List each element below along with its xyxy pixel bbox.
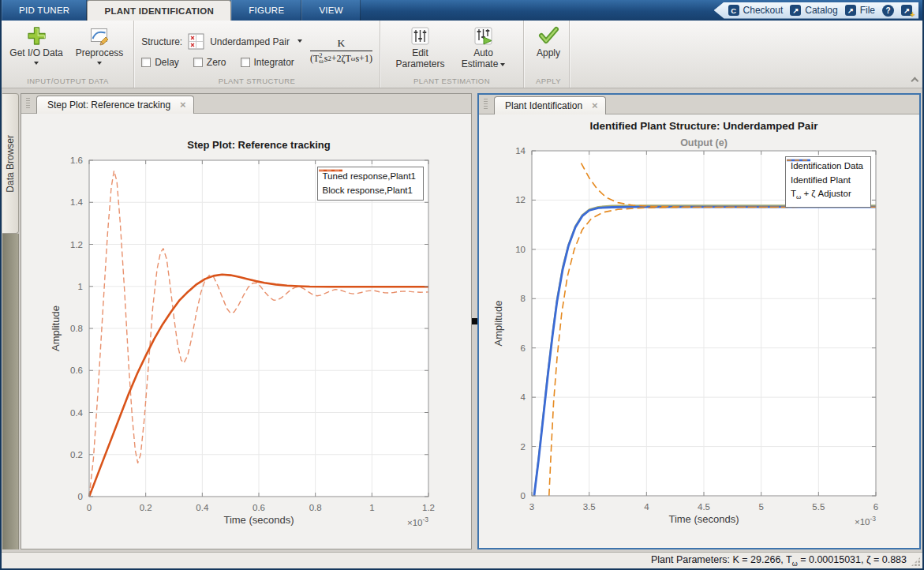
y-axis-label: Amplitude (50, 306, 62, 351)
close-icon[interactable]: × (180, 101, 186, 109)
tab-plant-identification[interactable]: Plant Identification × (494, 96, 606, 114)
svg-text:3: 3 (529, 502, 534, 512)
transfer-function-formula: K (T2ωs2+2ζTωs+1) (310, 38, 372, 65)
svg-text:1.2: 1.2 (70, 240, 83, 249)
section-plant-estimation: EditParameters AutoEstimate PLANT ESTIMA… (380, 21, 524, 88)
svg-text:14: 14 (515, 146, 526, 156)
x-axis-label: Time (seconds) (223, 514, 294, 526)
structure-dropdown[interactable]: Underdamped Pair (210, 36, 290, 47)
svg-text:0.8: 0.8 (309, 503, 322, 512)
y-axis-label: Amplitude (492, 301, 504, 347)
svg-text:1: 1 (369, 503, 374, 512)
external-link-icon: ↗ (903, 6, 910, 15)
svg-text:0.8: 0.8 (70, 324, 83, 333)
tab-step-plot-label: Step Plot: Reference tracking (47, 99, 170, 111)
svg-text:0.2: 0.2 (70, 450, 83, 459)
section-input-output-data: Get I/O Data Preprocess INPUT/OUTPUT DAT… (2, 21, 134, 88)
resize-grip[interactable] (911, 557, 921, 567)
preprocess-button[interactable]: Preprocess (69, 24, 129, 65)
sliders-play-icon (473, 25, 494, 47)
chevron-down-icon[interactable] (297, 39, 302, 43)
catalog-button[interactable]: ↗ Catalog (790, 5, 837, 16)
legend-line-sample (786, 157, 811, 163)
tab-pid-tuner[interactable]: PID TUNER (2, 0, 87, 21)
apply-button[interactable]: Apply (529, 24, 568, 58)
plus-badge-icon: + (910, 10, 915, 19)
help-icon[interactable]: ? (882, 5, 894, 17)
auto-estimate-label: AutoEstimate (462, 47, 506, 69)
svg-text:1.6: 1.6 (70, 156, 83, 165)
zero-checkbox[interactable]: Zero (193, 57, 226, 68)
chevron-down-icon (500, 63, 505, 66)
plant-identification-figure: 33.544.555.5602468101214Identified Plant… (479, 114, 919, 548)
svg-text:4: 4 (644, 502, 649, 512)
preprocess-label: Preprocess (76, 47, 124, 58)
tab-figure[interactable]: FIGURE (231, 0, 301, 21)
tab-plant-identification[interactable]: PLANT IDENTIFICATION (87, 0, 231, 21)
svg-text:12: 12 (515, 195, 526, 204)
status-bar: Plant Parameters: K = 29.266, Tω = 0.000… (2, 552, 922, 568)
formula-numerator: K (338, 38, 346, 49)
data-browser-tab[interactable]: Data Browser (2, 93, 19, 234)
chart-legend[interactable]: Identification DataIdentified PlantTω + … (785, 156, 871, 208)
delay-checkbox[interactable]: Delay (141, 57, 179, 68)
section-plant-structure: Structure: Underdamped Pair (134, 21, 380, 88)
splitter-handle[interactable] (472, 318, 477, 324)
svg-text:1: 1 (78, 282, 83, 291)
auto-estimate-button[interactable]: AutoEstimate (454, 24, 514, 69)
formula-denominator: (T2ωs2+2ζTωs+1) (310, 52, 372, 65)
svg-text:0.4: 0.4 (70, 408, 84, 418)
edit-parameters-button[interactable]: EditParameters (391, 24, 451, 69)
drag-grip-icon[interactable] (484, 99, 488, 111)
panel-splitter[interactable] (472, 93, 477, 549)
legend-label: Tω + ζ Adjustor (791, 187, 851, 204)
svg-text:0: 0 (521, 491, 526, 501)
main-area: Data Browser Step Plot: Reference tracki… (2, 88, 922, 552)
svg-text:5.5: 5.5 (812, 502, 825, 512)
svg-text:0: 0 (87, 503, 92, 512)
chart-legend[interactable]: Tuned response,Plant1Block response,Plan… (317, 167, 425, 201)
share-add-icon[interactable]: ↗ + (901, 5, 912, 16)
svg-text:0.4: 0.4 (196, 503, 209, 512)
svg-text:0: 0 (78, 492, 83, 501)
catalog-label: Catalog (805, 5, 837, 16)
close-icon[interactable]: × (592, 102, 598, 110)
svg-text:1.4: 1.4 (70, 197, 84, 207)
checkbox-icon (193, 58, 203, 67)
checkout-button[interactable]: C Checkout (728, 5, 784, 16)
external-link-icon: ↗ (790, 5, 801, 16)
plant-identification-panel: Plant Identification × 33.544.555.560246… (477, 93, 921, 549)
collapse-ribbon-button[interactable] (907, 77, 917, 84)
svg-text:0.6: 0.6 (253, 503, 265, 512)
checkbox-icon (241, 58, 250, 67)
file-label: File (860, 5, 875, 16)
axis-multiplier: ×10-3 (855, 515, 876, 527)
svg-text:5: 5 (758, 502, 763, 512)
section-label: PLANT ESTIMATION (380, 76, 523, 88)
svg-text:4.5: 4.5 (698, 502, 710, 512)
tab-step-plot[interactable]: Step Plot: Reference tracking × (36, 96, 194, 114)
drag-grip-icon[interactable] (26, 98, 30, 110)
get-io-data-button[interactable]: Get I/O Data (6, 24, 66, 65)
tab-view[interactable]: VIEW (301, 0, 361, 21)
svg-text:1.2: 1.2 (422, 503, 435, 512)
svg-text:0.6: 0.6 (70, 366, 83, 375)
integrator-checkbox[interactable]: Integrator (241, 57, 294, 68)
structure-label: Structure: (141, 36, 182, 47)
data-browser-collapsed-panel (2, 234, 19, 549)
svg-text:6: 6 (521, 343, 526, 353)
file-button[interactable]: ↗ File (845, 5, 875, 16)
chevron-down-icon (97, 62, 102, 65)
zero-label: Zero (207, 57, 226, 68)
green-check-icon (537, 25, 559, 47)
svg-text:0.2: 0.2 (140, 503, 152, 512)
step-plot-panel: Step Plot: Reference tracking × 00.20.40… (21, 93, 472, 549)
step-plot-figure: 00.20.40.60.811.200.20.40.60.811.21.41.6… (21, 114, 471, 549)
integrator-label: Integrator (254, 57, 294, 68)
checkout-label: Checkout (743, 5, 784, 16)
legend-entry: Identified Plant (791, 174, 863, 188)
legend-entry: Tω + ζ Adjustor (791, 187, 863, 204)
svg-text:2: 2 (521, 442, 526, 452)
chart-title: Step Plot: Reference tracking (187, 139, 330, 151)
data-browser-label: Data Browser (5, 135, 16, 193)
